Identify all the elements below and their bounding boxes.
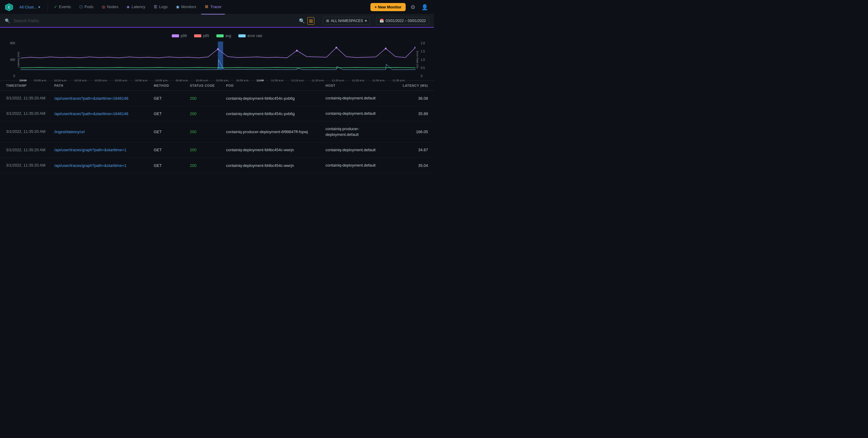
col-header-latency: LATENCY (MS) <box>392 84 428 87</box>
x-label-1105: 11:05 a.m. <box>271 79 284 82</box>
row1-method: GET <box>154 96 190 101</box>
row1-status: 200 <box>190 96 226 101</box>
row2-path: /api/user/traces?path=&starttime=1646146 <box>54 111 154 116</box>
x-label-1110: 11:10 a.m. <box>291 79 304 82</box>
y-axis-left-label: Latency (ms) <box>17 52 20 67</box>
x-label-1015: 10:15 a.m. <box>74 79 87 82</box>
nav-label-latency: Latency <box>131 4 145 9</box>
chart-svg[interactable] <box>21 41 415 78</box>
search-icons: 🔍 ⊞ <box>299 17 314 25</box>
y-tick-400: 400 <box>6 58 15 62</box>
row4-latency: 34.87 <box>392 147 428 152</box>
y-right-tick-1-5: 1.5 <box>421 50 428 53</box>
row3-timestamp: 3/1/2022, 11:35:20 AM <box>6 129 54 134</box>
filter-button[interactable]: ⊞ <box>307 17 314 25</box>
legend-p99-label: p99 <box>181 34 187 38</box>
search-submit-icon: 🔍 <box>299 19 305 24</box>
chevron-down-icon: ▾ <box>38 5 40 9</box>
y-right-tick-0-5: 0.5 <box>421 66 428 70</box>
table-row[interactable]: 3/1/2022, 11:35:20 AM /api/user/traces/g… <box>0 142 434 158</box>
user-icon: 👤 <box>421 4 428 10</box>
row4-path: /api/user/traces/graph?path=&starttime=1 <box>54 147 154 152</box>
monitors-icon: ◉ <box>176 4 179 9</box>
row2-host: containiq-deployment.default <box>326 111 392 116</box>
row3-path: /ingest/latency/url <box>54 130 154 134</box>
x-label-1130: 11:30 a.m. <box>372 79 385 82</box>
search-input[interactable] <box>13 19 296 23</box>
nav-item-events[interactable]: ✓ Events <box>50 0 75 14</box>
new-monitor-label: + New Monitor <box>375 5 401 9</box>
nav-item-logs[interactable]: ☰ Logs <box>150 0 171 14</box>
col-header-method: METHOD <box>154 84 190 87</box>
svg-text:C: C <box>8 6 10 9</box>
searchbar: 🔍 🔍 ⊞ ⊞ ALL NAMESPACES ▾ 📅 03/01/2022 – … <box>0 14 434 28</box>
latency-chart-container: p99 p95 avg error rate 800 400 0 Latency… <box>0 28 434 80</box>
namespace-selector[interactable]: ⊞ ALL NAMESPACES ▾ <box>323 17 370 25</box>
x-label-1045: 10:45 a.m. <box>196 79 209 82</box>
x-label-1030: 10:30 a.m. <box>135 79 148 82</box>
date-range-label: 03/01/2022 – 03/01/2022 <box>386 19 426 23</box>
legend-avg-label: avg <box>225 34 231 38</box>
row4-timestamp: 3/1/2022, 11:35:20 AM <box>6 147 54 153</box>
table-header: TIMESTAMP PATH METHOD STATUS CODE POD HO… <box>0 81 434 91</box>
row1-latency: 36.08 <box>392 96 428 101</box>
search-icon: 🔍 <box>5 19 10 23</box>
search-submit-button[interactable]: 🔍 <box>299 18 305 24</box>
logo[interactable]: C <box>5 3 13 11</box>
user-button[interactable]: 👤 <box>420 3 429 12</box>
row2-timestamp: 3/1/2022, 11:35:20 AM <box>6 111 54 116</box>
col-header-host: HOST <box>326 84 392 87</box>
x-label-1010: 10:10 a.m. <box>54 79 67 82</box>
filter-icon: ⊞ <box>309 19 313 24</box>
chart-legend: p99 p95 avg error rate <box>6 34 428 38</box>
row3-pod: containiq-producer-deployment-6f99847ff-… <box>226 130 326 134</box>
nodes-icon: ◎ <box>102 4 105 9</box>
legend-p95-label: p95 <box>203 34 209 38</box>
chart-wrapper: 800 400 0 Latency (ms) <box>6 41 428 78</box>
events-icon: ✓ <box>54 4 57 9</box>
nav-item-monitors[interactable]: ◉ Monitors <box>173 0 200 14</box>
row1-host: containiq-deployment.default <box>326 96 392 101</box>
row5-pod: containiq-deployment-fd4bc454c-wwrjn <box>226 163 326 168</box>
x-label-1040: 10:40 a.m. <box>176 79 188 82</box>
nav-label-events: Events <box>59 4 71 9</box>
x-label-1025: 10:25 a.m. <box>115 79 128 82</box>
row3-method: GET <box>154 130 190 134</box>
row5-host: containiq-deployment.default <box>326 163 392 168</box>
row2-method: GET <box>154 111 190 116</box>
y-axis-left: 800 400 0 <box>6 41 17 78</box>
legend-avg: avg <box>216 34 231 38</box>
nav-item-tracer[interactable]: ⌘ Tracer <box>201 0 225 14</box>
calendar-icon: 📅 <box>379 19 384 23</box>
table-row[interactable]: 3/1/2022, 11:35:20 AM /ingest/latency/ur… <box>0 122 434 142</box>
x-label-1005: 10:05 a.m. <box>34 79 47 82</box>
x-label-1055: 10:55 a.m. <box>236 79 249 82</box>
nav-right: + New Monitor ⚙ 👤 <box>370 3 429 12</box>
table-row[interactable]: 3/1/2022, 11:35:20 AM /api/user/traces?p… <box>0 91 434 106</box>
nav-item-latency[interactable]: ◈ Latency <box>123 0 149 14</box>
row2-latency: 35.89 <box>392 111 428 116</box>
svg-rect-5 <box>218 41 223 70</box>
nav-item-nodes[interactable]: ◎ Nodes <box>98 0 122 14</box>
row5-timestamp: 3/1/2022, 11:35:20 AM <box>6 163 54 168</box>
table-row[interactable]: 3/1/2022, 11:35:20 AM /api/user/traces?p… <box>0 106 434 122</box>
nav-label-nodes: Nodes <box>107 4 119 9</box>
new-monitor-button[interactable]: + New Monitor <box>370 3 406 11</box>
table-row[interactable]: 3/1/2022, 11:35:20 AM /api/user/traces/g… <box>0 158 434 173</box>
nav-label-tracer: Tracer <box>210 4 221 9</box>
row2-pod: containiq-deployment-fd4bc454c-pxb6g <box>226 111 326 116</box>
y-axis-right-label: Error Rate (%) <box>416 51 419 68</box>
nav-label-pods: Pods <box>84 4 93 9</box>
row4-method: GET <box>154 147 190 152</box>
y-tick-800: 800 <box>6 41 15 45</box>
date-range-picker[interactable]: 📅 03/01/2022 – 03/01/2022 <box>376 17 429 25</box>
cluster-selector[interactable]: All Clust... ▾ <box>17 4 43 10</box>
row1-pod: containiq-deployment-fd4bc454c-pxb6g <box>226 96 326 101</box>
x-label-1125: 11:25 a.m. <box>352 79 365 82</box>
svg-point-6 <box>217 48 219 50</box>
row4-pod: containiq-deployment-fd4bc454c-wwrjn <box>226 147 326 152</box>
row5-status: 200 <box>190 163 226 168</box>
x-axis-labels: 10AM 10:05 a.m. 10:10 a.m. 10:15 a.m. 10… <box>6 79 428 82</box>
settings-button[interactable]: ⚙ <box>409 3 416 12</box>
nav-item-pods[interactable]: ⬡ Pods <box>76 0 97 14</box>
